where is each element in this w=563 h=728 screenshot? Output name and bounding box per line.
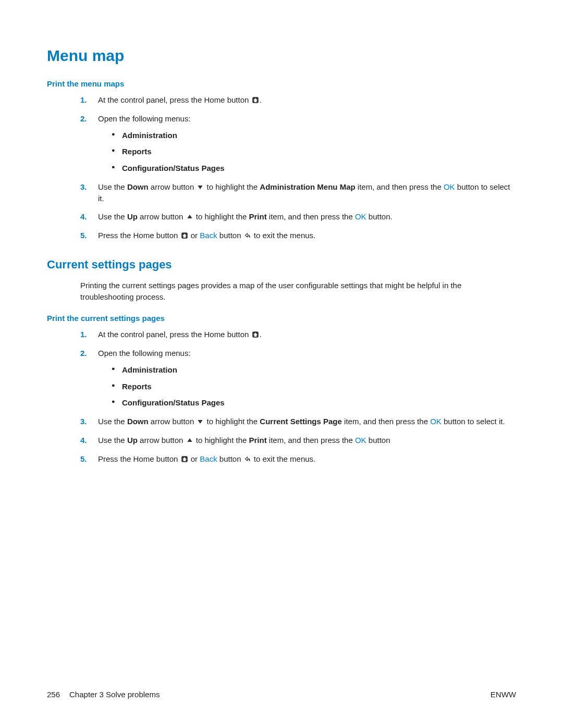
step-item: 2. Open the following menus: Administrat… [80,113,516,174]
document-page: Menu map Print the menu maps 1. At the c… [0,0,563,728]
step-text: Press the Home button or Back button to … [98,231,315,240]
step-item: 5. Press the Home button or Back button … [80,230,516,241]
menu-item: Reports [112,146,516,157]
step-text: At the control panel, press the Home but… [98,95,262,104]
ok-link: OK [355,436,366,445]
subheading-print-current-settings: Print the current settings pages [47,314,516,323]
menu-list: Administration Reports Configuration/Sta… [112,130,516,174]
up-arrow-icon [186,437,193,444]
intro-text: Printing the current settings pages prov… [80,280,516,303]
step-number: 2. [80,348,87,359]
step-item: 3. Use the Down arrow button to highligh… [80,416,516,427]
step-text: Use the Up arrow button to highlight the… [98,212,393,221]
step-item: 4. Use the Up arrow button to highlight … [80,211,516,223]
menu-item: Configuration/Status Pages [112,163,516,174]
step-number: 3. [80,181,87,193]
ok-link: OK [430,417,442,426]
step-item: 1. At the control panel, press the Home … [80,94,516,106]
step-text: Use the Down arrow button to highlight t… [98,182,510,203]
footer-chapter: Chapter 3 Solve problems [69,690,160,699]
step-number: 4. [80,435,87,446]
steps-print-menu-maps: 1. At the control panel, press the Home … [80,94,516,241]
down-arrow-icon [197,183,204,191]
home-icon [252,96,259,104]
steps-print-current-settings: 1. At the control panel, press the Home … [80,329,516,464]
step-text: Open the following menus: [98,349,191,357]
step-number: 5. [80,230,87,241]
page-footer: 256 Chapter 3 Solve problems ENWW [47,690,516,699]
footer-right-label: ENWW [491,690,516,699]
back-link: Back [200,231,217,240]
back-icon [244,232,251,239]
down-arrow-icon [197,418,204,425]
ok-link: OK [355,212,366,221]
menu-item: Administration [112,130,516,141]
step-text: Press the Home button or Back button to … [98,454,315,463]
step-number: 1. [80,94,87,106]
intro-block: Printing the current settings pages prov… [80,280,516,303]
step-number: 2. [80,113,87,125]
home-icon [252,331,259,338]
footer-page-number: 256 [47,690,60,699]
ok-link: OK [444,182,455,191]
step-number: 3. [80,416,87,427]
step-item: 2. Open the following menus: Administrat… [80,348,516,409]
step-item: 3. Use the Down arrow button to highligh… [80,181,516,204]
step-text: Use the Down arrow button to highlight t… [98,417,505,426]
step-number: 1. [80,329,87,340]
back-link: Back [200,454,217,463]
home-icon [181,232,188,239]
subheading-print-menu-maps: Print the menu maps [47,79,516,88]
step-text: Use the Up arrow button to highlight the… [98,436,390,445]
step-text: At the control panel, press the Home but… [98,330,262,339]
home-icon [181,455,188,463]
step-item: 5. Press the Home button or Back button … [80,453,516,465]
heading-current-settings-pages: Current settings pages [47,258,516,272]
back-icon [244,455,251,463]
menu-item: Reports [112,381,516,392]
menu-item: Administration [112,364,516,376]
step-text: Open the following menus: [98,114,191,123]
step-item: 1. At the control panel, press the Home … [80,329,516,340]
menu-list: Administration Reports Configuration/Sta… [112,364,516,409]
up-arrow-icon [186,213,193,220]
menu-item: Configuration/Status Pages [112,397,516,409]
step-number: 4. [80,211,87,223]
step-item: 4. Use the Up arrow button to highlight … [80,435,516,446]
step-number: 5. [80,453,87,465]
heading-menu-map: Menu map [47,47,516,65]
